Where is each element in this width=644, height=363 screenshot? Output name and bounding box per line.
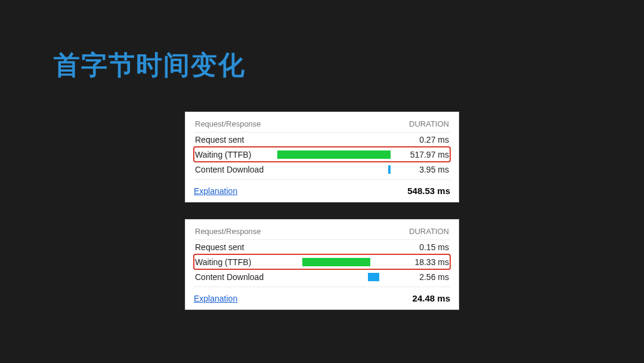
download-bar-icon — [388, 165, 391, 174]
panel-footer: Explanation 548.53 ms — [194, 179, 450, 196]
header-right: DURATION — [409, 119, 449, 128]
row-bar-wrap — [277, 242, 391, 252]
timing-panel-after: Request/Response DURATION Request sent 0… — [185, 219, 459, 310]
panel-footer: Explanation 24.48 ms — [194, 287, 450, 303]
timing-row-ttfb: Waiting (TTFB) 517.97 ms — [194, 147, 450, 162]
total-duration: 548.53 ms — [407, 186, 450, 196]
total-duration: 24.48 ms — [413, 293, 450, 303]
timing-row-request-sent: Request sent 0.15 ms — [194, 239, 450, 254]
explanation-link[interactable]: Explanation — [194, 294, 237, 303]
row-label: Waiting (TTFB) — [195, 257, 273, 267]
slide-title: 首字节时间变化 — [54, 48, 590, 83]
row-bar-wrap — [277, 165, 391, 174]
timing-row-content-download: Content Download 2.56 ms — [194, 269, 450, 284]
explanation-link[interactable]: Explanation — [194, 186, 237, 196]
row-value: 2.56 ms — [395, 272, 449, 282]
panel-header: Request/Response DURATION — [194, 224, 450, 239]
row-value: 3.95 ms — [395, 165, 449, 174]
row-bar-wrap — [277, 135, 391, 144]
row-value: 18.33 ms — [395, 257, 449, 267]
header-left: Request/Response — [195, 227, 261, 236]
panel-header: Request/Response DURATION — [194, 117, 450, 132]
download-bar-icon — [368, 273, 379, 281]
header-left: Request/Response — [195, 119, 261, 128]
ttfb-bar-icon — [302, 258, 370, 266]
row-bar-wrap — [277, 257, 391, 267]
row-label: Request sent — [195, 242, 273, 252]
row-bar-wrap — [277, 272, 391, 282]
row-value: 0.27 ms — [395, 135, 449, 144]
row-label: Waiting (TTFB) — [195, 150, 273, 159]
ttfb-bar-icon — [277, 150, 391, 159]
header-right: DURATION — [409, 227, 449, 236]
timing-row-ttfb: Waiting (TTFB) 18.33 ms — [194, 254, 450, 269]
row-value: 0.15 ms — [395, 242, 449, 252]
row-value: 517.97 ms — [395, 150, 449, 159]
panels-container: Request/Response DURATION Request sent 0… — [54, 112, 590, 310]
slide: 首字节时间变化 Request/Response DURATION Reques… — [0, 0, 644, 363]
row-label: Request sent — [195, 135, 273, 144]
row-label: Content Download — [195, 165, 273, 174]
timing-panel-before: Request/Response DURATION Request sent 0… — [185, 112, 459, 202]
row-bar-wrap — [277, 150, 391, 159]
timing-row-content-download: Content Download 3.95 ms — [194, 162, 450, 177]
row-label: Content Download — [195, 272, 273, 282]
timing-row-request-sent: Request sent 0.27 ms — [194, 132, 450, 147]
